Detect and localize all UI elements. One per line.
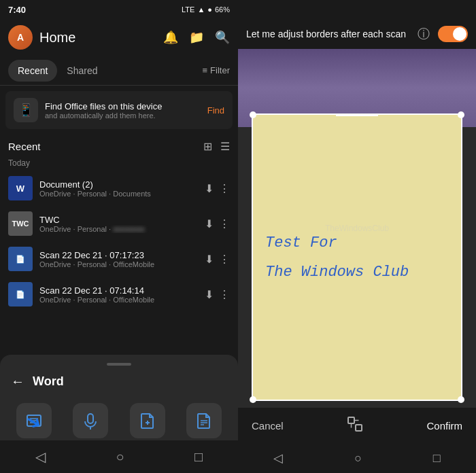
filter-button[interactable]: ≡ Filter bbox=[203, 65, 230, 75]
scan-note-line1: Test For bbox=[265, 234, 449, 251]
file-actions: ⬇ ⋮ bbox=[205, 182, 230, 195]
find-icon-box: 📱 bbox=[14, 98, 38, 122]
wifi-icon: ● bbox=[207, 5, 212, 14]
blank-doc-icon bbox=[130, 403, 165, 438]
date-group-label: Today bbox=[0, 156, 238, 171]
list-item[interactable]: TWC TWC OneDrive · Personal · ●●●●●●● ⬇ … bbox=[0, 206, 238, 241]
more-icon[interactable]: ⋮ bbox=[219, 182, 230, 195]
file-info: Document (2) OneDrive · Personal · Docum… bbox=[39, 179, 198, 198]
scan-info-icon[interactable]: ⓘ bbox=[418, 26, 430, 42]
download-icon[interactable]: ⬇ bbox=[205, 182, 214, 195]
more-icon[interactable]: ⋮ bbox=[219, 253, 230, 266]
file-name: Document (2) bbox=[39, 179, 198, 190]
app-title: Home bbox=[39, 30, 163, 46]
grid-view-icon[interactable]: ⊞ bbox=[203, 140, 212, 153]
scan-header: Let me adjust borders after each scan ⓘ bbox=[238, 19, 476, 49]
toggle-knob bbox=[453, 27, 466, 41]
drawer-back-button[interactable]: ← bbox=[11, 374, 24, 389]
bottom-nav: ◁ ○ □ bbox=[0, 440, 238, 473]
search-icon[interactable]: 🔍 bbox=[215, 30, 230, 45]
recents-nav-icon[interactable]: □ bbox=[194, 449, 203, 465]
scan-note: Test For The Windows Club bbox=[252, 113, 462, 401]
file-actions: ⬇ ⋮ bbox=[205, 288, 230, 301]
drawer-title: Word bbox=[33, 374, 64, 389]
home-nav-icon[interactable]: ○ bbox=[116, 449, 124, 465]
right-status-bar bbox=[238, 0, 476, 19]
back-nav-icon[interactable]: ◁ bbox=[35, 449, 46, 465]
right-back-icon[interactable]: ◁ bbox=[273, 451, 283, 466]
status-time: 7:40 bbox=[8, 5, 26, 15]
download-icon[interactable]: ⬇ bbox=[205, 288, 214, 301]
right-panel: Let me adjust borders after each scan ⓘ … bbox=[238, 0, 476, 473]
file-meta: OneDrive · Personal · Documents bbox=[39, 190, 198, 198]
scan-note-line2: The Windows Club bbox=[265, 264, 449, 281]
filter-icon: ≡ bbox=[203, 65, 208, 75]
filter-label: Filter bbox=[210, 65, 230, 75]
list-view-icon[interactable]: ☰ bbox=[220, 140, 230, 153]
find-banner: 📱 Find Office files on this device and a… bbox=[5, 91, 233, 129]
section-title: Recent bbox=[8, 141, 41, 152]
file-info: Scan 22 Dec 21 · 07:14:14 OneDrive · Per… bbox=[39, 285, 198, 304]
tabs-row: Recent Shared ≡ Filter bbox=[0, 56, 238, 86]
status-bar: 7:40 LTE ▲ ● 66% bbox=[0, 0, 238, 19]
file-actions: ⬇ ⋮ bbox=[205, 253, 230, 266]
app-header: A Home 🔔 📁 🔍 bbox=[0, 19, 238, 56]
confirm-button[interactable]: Confirm bbox=[426, 420, 462, 432]
file-name: Scan 22 Dec 21 · 07:17:23 bbox=[39, 250, 198, 260]
create-from-template-icon bbox=[186, 403, 222, 438]
right-recents-icon[interactable]: □ bbox=[433, 451, 441, 466]
avatar-initial: A bbox=[17, 32, 24, 43]
file-actions: ⬇ ⋮ bbox=[205, 217, 230, 230]
battery-indicator: 66% bbox=[215, 5, 230, 14]
file-info: TWC OneDrive · Personal · ●●●●●●● bbox=[39, 215, 198, 233]
resize-icon[interactable] bbox=[347, 416, 363, 436]
list-item[interactable]: 📄 Scan 22 Dec 21 · 07:14:14 OneDrive · P… bbox=[0, 277, 238, 312]
device-icon: 📱 bbox=[18, 103, 33, 118]
header-icons: 🔔 📁 🔍 bbox=[163, 30, 230, 45]
signal-icon: ▲ bbox=[197, 5, 205, 14]
find-action[interactable]: Find bbox=[207, 105, 224, 116]
right-home-icon[interactable]: ○ bbox=[354, 451, 362, 466]
twc-icon: TWC bbox=[8, 211, 33, 236]
dictate-icon bbox=[73, 403, 108, 438]
download-icon[interactable]: ⬇ bbox=[205, 253, 214, 266]
scan-icon: 📄 bbox=[8, 282, 33, 306]
file-info: Scan 22 Dec 21 · 07:17:23 OneDrive · Per… bbox=[39, 250, 198, 268]
list-item[interactable]: 📄 Scan 22 Dec 21 · 07:17:23 OneDrive · P… bbox=[0, 241, 238, 277]
tab-recent[interactable]: Recent bbox=[8, 60, 57, 82]
scan-icon: 📄 bbox=[8, 247, 33, 271]
file-meta: OneDrive · Personal · OfficeMobile bbox=[39, 296, 198, 304]
more-icon[interactable]: ⋮ bbox=[219, 217, 230, 230]
section-icons: ⊞ ☰ bbox=[203, 140, 230, 153]
download-icon[interactable]: ⬇ bbox=[205, 217, 214, 230]
file-name: Scan 22 Dec 21 · 07:14:14 bbox=[39, 285, 198, 296]
cancel-button[interactable]: Cancel bbox=[252, 420, 284, 432]
tab-shared[interactable]: Shared bbox=[57, 60, 107, 82]
notification-icon[interactable]: 🔔 bbox=[163, 30, 178, 45]
avatar[interactable]: A bbox=[8, 25, 33, 50]
svg-rect-4 bbox=[88, 414, 93, 423]
scan-image-area: Test For The Windows Club TheWindowsClub bbox=[238, 49, 476, 408]
svg-rect-11 bbox=[348, 417, 354, 423]
blurred-meta: ●●●●●●● bbox=[113, 225, 145, 233]
left-panel: 7:40 LTE ▲ ● 66% A Home 🔔 📁 🔍 Recent Sha… bbox=[0, 0, 238, 473]
file-name: TWC bbox=[39, 215, 198, 225]
file-meta: OneDrive · Personal · OfficeMobile bbox=[39, 260, 198, 268]
scan-footer: Cancel Confirm bbox=[238, 408, 476, 443]
network-indicator: LTE bbox=[182, 5, 194, 14]
drawer-header: ← Word bbox=[0, 374, 238, 398]
scan-header-text: Let me adjust borders after each scan bbox=[246, 29, 418, 39]
list-item[interactable]: W Document (2) OneDrive · Personal · Doc… bbox=[0, 171, 238, 206]
section-header: Recent ⊞ ☰ bbox=[0, 135, 238, 156]
bottom-drawer: ← Word ➜ Scan text bbox=[0, 355, 238, 473]
adjust-borders-toggle[interactable] bbox=[438, 26, 468, 42]
more-icon[interactable]: ⋮ bbox=[219, 288, 230, 301]
file-meta: OneDrive · Personal · ●●●●●●● bbox=[39, 225, 198, 233]
scan-canvas: Test For The Windows Club TheWindowsClub bbox=[238, 49, 476, 408]
find-banner-title: Find Office files on this device bbox=[45, 101, 201, 111]
folder-icon[interactable]: 📁 bbox=[189, 30, 204, 45]
right-bottom-nav: ◁ ○ □ bbox=[238, 443, 476, 473]
drawer-handle bbox=[107, 363, 131, 366]
find-banner-subtitle: and automatically add them here. bbox=[45, 111, 201, 120]
status-right: LTE ▲ ● 66% bbox=[182, 5, 230, 14]
